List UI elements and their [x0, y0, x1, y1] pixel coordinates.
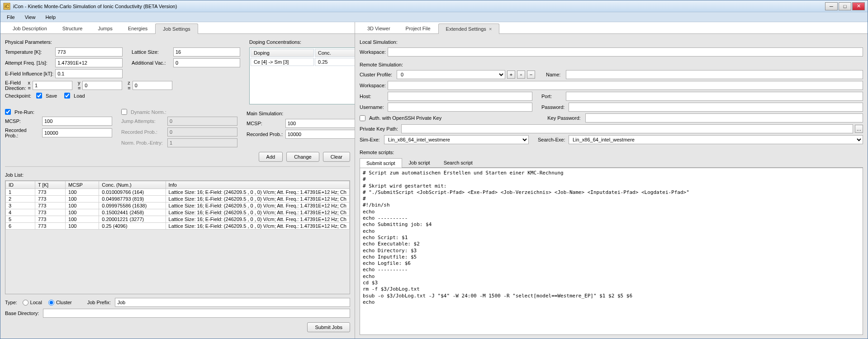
col-tk[interactable]: T [K]	[35, 181, 66, 189]
table-cell[interactable]: 773	[35, 202, 66, 209]
doping-cell[interactable]: 0.25	[315, 58, 355, 66]
close-button[interactable]: ✕	[852, 2, 865, 10]
efield-influence-input[interactable]	[55, 69, 123, 78]
password-input[interactable]	[569, 103, 863, 112]
col-id[interactable]: ID	[6, 181, 35, 189]
tab-submit-script[interactable]: Submit script	[360, 158, 402, 168]
lattice-size-input[interactable]	[173, 47, 240, 56]
load-checkbox[interactable]	[64, 93, 70, 99]
table-cell[interactable]: 100	[66, 202, 99, 209]
col-conc[interactable]: Conc. (Num.)	[99, 181, 166, 189]
menu-help[interactable]: Help	[41, 14, 60, 21]
table-cell[interactable]: 773	[35, 223, 66, 230]
openssh-checkbox[interactable]	[360, 115, 365, 121]
tab-energies[interactable]: Energies	[120, 23, 155, 33]
table-cell[interactable]: 5	[6, 216, 35, 223]
table-cell[interactable]: 100	[66, 189, 99, 196]
tab-job-settings[interactable]: Job Settings	[155, 24, 198, 34]
submit-jobs-button[interactable]: Submit Jobs	[307, 322, 350, 332]
table-cell[interactable]: Lattice Size: 16; E-Field: (246209.5 , 0…	[166, 209, 349, 216]
attfreq-input[interactable]	[55, 58, 123, 67]
table-cell[interactable]: Lattice Size: 16; E-Field: (246209.5 , 0…	[166, 202, 349, 209]
tab-project-file[interactable]: Project File	[398, 23, 438, 33]
table-row[interactable]: 67731000.25 (4096)Lattice Size: 16; E-Fi…	[6, 223, 350, 230]
tab-job-description[interactable]: Job Description	[5, 23, 55, 33]
keypassword-input[interactable]	[585, 113, 863, 122]
table-cell[interactable]: 0.25 (4096)	[99, 223, 166, 230]
table-cell[interactable]: 6	[6, 223, 35, 230]
efdir-x-input[interactable]	[33, 81, 72, 90]
tab-search-script[interactable]: Search script	[437, 158, 479, 167]
pkpath-browse-button[interactable]: …	[855, 125, 863, 133]
col-mcsp[interactable]: MCSP	[66, 181, 99, 189]
searchexe-select[interactable]: Lin_x86_64_intel_westmere	[569, 135, 863, 144]
table-cell[interactable]: 3	[6, 202, 35, 209]
table-cell[interactable]: 773	[35, 189, 66, 196]
table-cell[interactable]: 100	[66, 223, 99, 230]
prerun-mcsp-input[interactable]	[42, 117, 112, 126]
profile-copy-button[interactable]: ▫	[517, 71, 525, 79]
local-workspace-input[interactable]	[388, 47, 863, 56]
table-cell[interactable]: Lattice Size: 16; E-Field: (246209.5 , 0…	[166, 216, 349, 223]
table-cell[interactable]: 1	[6, 189, 35, 196]
table-cell[interactable]: 773	[35, 196, 66, 202]
col-info[interactable]: Info	[166, 181, 349, 189]
prerun-recp-input[interactable]	[42, 128, 112, 137]
table-cell[interactable]: 0.20001221 (3277)	[99, 216, 166, 223]
script-textarea[interactable]: # Script zum automatischen Erstellen und…	[360, 168, 863, 335]
base-directory-input[interactable]	[43, 309, 350, 318]
table-cell[interactable]: 773	[35, 209, 66, 216]
additional-vac-input[interactable]	[173, 58, 240, 67]
table-cell[interactable]: Lattice Size: 16; E-Field: (246209.5 , 0…	[166, 189, 349, 196]
add-button[interactable]: Add	[259, 152, 283, 162]
tab-job-script[interactable]: Job script	[402, 158, 437, 167]
port-input[interactable]	[566, 92, 863, 101]
tab-structure[interactable]: Structure	[55, 23, 90, 33]
table-cell[interactable]: 100	[66, 209, 99, 216]
doping-table[interactable]: DopingConc. Ce [4] -> Sm [3]0.25	[249, 47, 355, 104]
table-cell[interactable]: 0.15002441 (2458)	[99, 209, 166, 216]
name-input[interactable]	[566, 70, 863, 79]
menu-view[interactable]: View	[20, 14, 40, 21]
table-row[interactable]: 57731000.20001221 (3277)Lattice Size: 16…	[6, 216, 350, 223]
clear-button[interactable]: Clear	[323, 152, 350, 162]
table-cell[interactable]: 100	[66, 196, 99, 202]
table-cell[interactable]: 100	[66, 216, 99, 223]
cluster-profile-select[interactable]: 0	[397, 70, 505, 79]
prerun-checkbox[interactable]	[5, 109, 11, 115]
tab-3d-viewer[interactable]: 3D Viewer	[360, 23, 398, 33]
host-input[interactable]	[388, 92, 532, 101]
mainsim-mcsp-input[interactable]	[285, 119, 355, 128]
dynnorm-checkbox[interactable]	[121, 109, 127, 115]
tab-extended-settings[interactable]: Extended Settings×	[438, 24, 500, 34]
job-list-table[interactable]: ID T [K] MCSP Conc. (Num.) Info 17731000…	[5, 181, 350, 230]
profile-remove-button[interactable]: −	[527, 71, 535, 79]
table-row[interactable]: 17731000.010009766 (164)Lattice Size: 16…	[6, 189, 350, 196]
table-cell[interactable]: 0.099975586 (1638)	[99, 202, 166, 209]
profile-add-button[interactable]: +	[507, 71, 515, 79]
table-row[interactable]: 47731000.15002441 (2458)Lattice Size: 16…	[6, 209, 350, 216]
mainsim-recp-input[interactable]	[285, 130, 355, 139]
local-radio[interactable]	[23, 300, 28, 306]
table-cell[interactable]: Lattice Size: 16; E-Field: (246209.5 , 0…	[166, 223, 349, 230]
simexe-select[interactable]: Lin_x86_64_intel_westmere	[384, 135, 529, 144]
cluster-radio[interactable]	[48, 300, 54, 306]
table-cell[interactable]: 0.049987793 (819)	[99, 196, 166, 202]
temperature-input[interactable]	[55, 47, 123, 56]
doping-cell[interactable]: Ce [4] -> Sm [3]	[251, 58, 314, 66]
job-prefix-input[interactable]	[115, 298, 350, 307]
save-checkbox[interactable]	[36, 93, 42, 99]
efdir-y-input[interactable]	[82, 81, 122, 90]
table-cell[interactable]: 4	[6, 209, 35, 216]
username-input[interactable]	[388, 103, 532, 112]
close-tab-icon[interactable]: ×	[489, 26, 492, 32]
menu-file[interactable]: File	[2, 14, 19, 21]
table-cell[interactable]: 2	[6, 196, 35, 202]
table-cell[interactable]: 0.010009766 (164)	[99, 189, 166, 196]
table-row[interactable]: 27731000.049987793 (819)Lattice Size: 16…	[6, 196, 350, 202]
minimize-button[interactable]: ─	[825, 2, 838, 10]
maximize-button[interactable]: □	[839, 2, 851, 10]
change-button[interactable]: Change	[286, 152, 319, 162]
table-cell[interactable]: 773	[35, 216, 66, 223]
remote-workspace-input[interactable]	[388, 81, 863, 90]
